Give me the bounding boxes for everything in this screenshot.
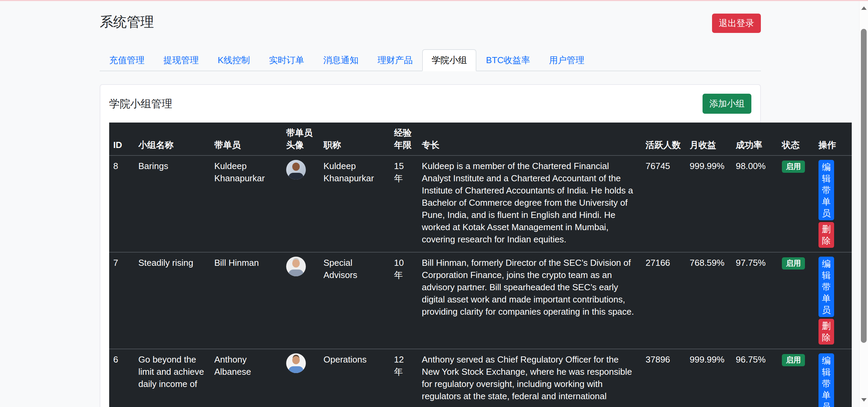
cell-group-name: Go beyond the limit and achieve daily in… bbox=[134, 349, 210, 407]
status-badge: 启用 bbox=[782, 257, 805, 270]
edit-leader-button[interactable]: 编辑带单员 bbox=[818, 353, 834, 407]
header-specialty: 专长 bbox=[418, 123, 642, 155]
cell-job-title: Special Advisors bbox=[319, 252, 390, 349]
cell-monthly-return: 999.99% bbox=[686, 349, 732, 407]
cell-leader: Anthony Albanese bbox=[210, 349, 282, 407]
table-row: 8 Barings Kuldeep Khanapurkar Kuldeep Kh… bbox=[109, 155, 852, 252]
leader-avatar bbox=[286, 353, 306, 373]
cell-experience: 12 年 bbox=[390, 349, 418, 407]
card-title: 学院小组管理 bbox=[109, 97, 172, 111]
cell-id: 7 bbox=[109, 252, 134, 349]
cell-success-rate: 98.00% bbox=[732, 155, 778, 252]
add-group-button[interactable]: 添加小组 bbox=[703, 94, 751, 114]
main-container: 系统管理 退出登录 充值管理 提现管理 K线控制 实时订单 消息通知 理财产品 … bbox=[100, 0, 761, 407]
tab-notifications[interactable]: 消息通知 bbox=[314, 49, 368, 71]
header-job-title: 职称 bbox=[319, 123, 390, 155]
leader-avatar bbox=[286, 257, 306, 276]
header-active-users: 活跃人数 bbox=[642, 123, 686, 155]
tab-withdraw[interactable]: 提现管理 bbox=[154, 49, 208, 71]
delete-button[interactable]: 删除 bbox=[818, 319, 834, 345]
cell-leader: Kuldeep Khanapurkar bbox=[210, 155, 282, 252]
edit-leader-button[interactable]: 编辑带单员 bbox=[818, 257, 834, 317]
card-header: 学院小组管理 添加小组 bbox=[109, 94, 751, 114]
table-header-row: ID 小组名称 带单员 带单员头像 职称 经验年限 专长 活跃人数 月收益 成功… bbox=[109, 123, 852, 155]
header-actions: 操作 bbox=[814, 123, 852, 155]
cell-group-name: Steadily rising bbox=[134, 252, 210, 349]
cell-leader: Bill Hinman bbox=[210, 252, 282, 349]
header-group-name: 小组名称 bbox=[134, 123, 210, 155]
tab-kline[interactable]: K线控制 bbox=[208, 49, 259, 71]
cell-monthly-return: 768.59% bbox=[686, 252, 732, 349]
cell-id: 8 bbox=[109, 155, 134, 252]
cell-active-users: 37896 bbox=[642, 349, 686, 407]
cell-id: 6 bbox=[109, 349, 134, 407]
cell-job-title: Kuldeep Khanapurkar bbox=[319, 155, 390, 252]
cell-experience: 15 年 bbox=[390, 155, 418, 252]
cell-specialty: Anthony served as Chief Regulatory Offic… bbox=[418, 349, 642, 407]
scroll-down-icon[interactable] bbox=[860, 393, 868, 407]
cell-experience: 10 年 bbox=[390, 252, 418, 349]
status-badge: 启用 bbox=[782, 161, 805, 173]
tab-btc-yield[interactable]: BTC收益率 bbox=[476, 49, 539, 71]
edit-leader-button[interactable]: 编辑带单员 bbox=[818, 160, 834, 220]
header-leader: 带单员 bbox=[210, 123, 282, 155]
top-accent-line bbox=[0, 0, 868, 1]
logout-button[interactable]: 退出登录 bbox=[712, 14, 761, 33]
header-experience: 经验年限 bbox=[390, 123, 418, 155]
header-success-rate: 成功率 bbox=[732, 123, 778, 155]
vertical-scrollbar[interactable] bbox=[859, 0, 868, 407]
group-management-card: 学院小组管理 添加小组 ID 小组名称 带单员 带单员头像 职称 经验年限 专长… bbox=[100, 84, 761, 407]
header-avatar: 带单员头像 bbox=[282, 123, 319, 155]
cell-specialty: Kuldeep is a member of the Chartered Fin… bbox=[418, 155, 642, 252]
cell-active-users: 76745 bbox=[642, 155, 686, 252]
cell-active-users: 27166 bbox=[642, 252, 686, 349]
page-header: 系统管理 退出登录 bbox=[100, 14, 761, 33]
cell-success-rate: 96.75% bbox=[732, 349, 778, 407]
table-row: 6 Go beyond the limit and achieve daily … bbox=[109, 349, 852, 407]
groups-table: ID 小组名称 带单员 带单员头像 职称 经验年限 专长 活跃人数 月收益 成功… bbox=[109, 123, 852, 407]
tab-user-management[interactable]: 用户管理 bbox=[539, 49, 594, 71]
header-id: ID bbox=[109, 123, 134, 155]
header-status: 状态 bbox=[778, 123, 814, 155]
status-badge: 启用 bbox=[782, 354, 805, 366]
tab-bar: 充值管理 提现管理 K线控制 实时订单 消息通知 理财产品 学院小组 BTC收益… bbox=[100, 49, 761, 71]
table-row: 7 Steadily rising Bill Hinman Special Ad… bbox=[109, 252, 852, 349]
page-title: 系统管理 bbox=[100, 14, 154, 30]
delete-button[interactable]: 删除 bbox=[818, 222, 834, 248]
cell-monthly-return: 999.99% bbox=[686, 155, 732, 252]
leader-avatar bbox=[286, 160, 306, 180]
cell-specialty: Bill Hinman, formerly Director of the SE… bbox=[418, 252, 642, 349]
tab-college-groups[interactable]: 学院小组 bbox=[422, 49, 476, 71]
header-monthly-return: 月收益 bbox=[686, 123, 732, 155]
cell-group-name: Barings bbox=[134, 155, 210, 252]
cell-success-rate: 97.75% bbox=[732, 252, 778, 349]
tab-realtime-orders[interactable]: 实时订单 bbox=[259, 49, 314, 71]
scrollbar-thumb[interactable] bbox=[861, 29, 867, 343]
tab-recharge[interactable]: 充值管理 bbox=[100, 49, 154, 71]
scroll-up-icon[interactable] bbox=[860, 1, 868, 15]
cell-job-title: Operations bbox=[319, 349, 390, 407]
tab-wealth-products[interactable]: 理财产品 bbox=[368, 49, 422, 71]
